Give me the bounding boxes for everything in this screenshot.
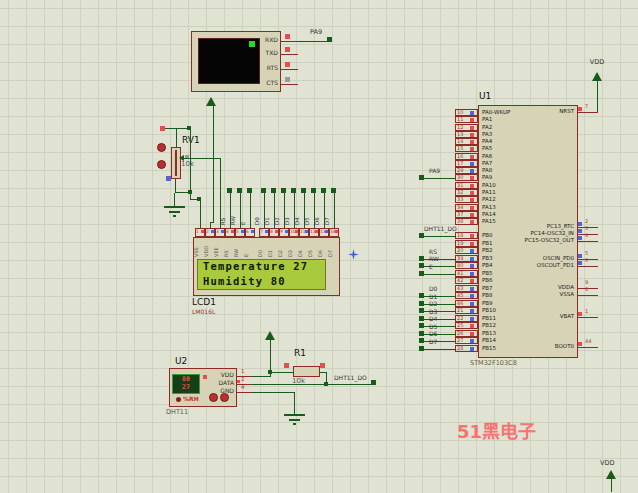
lcd-pin-number: 1 (196, 230, 199, 235)
wire[interactable] (213, 104, 214, 223)
pa9-terminal-square[interactable] (327, 37, 332, 42)
signal-terminal-square[interactable] (311, 188, 316, 193)
junction-dot (187, 126, 191, 130)
lcd-pin-number: 4 (226, 230, 229, 235)
u1-pin-name: PA4 (482, 139, 492, 145)
pin-state-square (470, 213, 474, 217)
pin-state-square (470, 176, 474, 180)
signal-terminal-square[interactable] (281, 188, 286, 193)
u1-net-wire[interactable] (424, 178, 456, 179)
u1-pin-number: 34 (457, 205, 463, 210)
lcd-pin-name: E (244, 239, 249, 257)
wire[interactable] (252, 392, 295, 393)
u2-pin-number: 2 (241, 377, 245, 383)
wire[interactable] (252, 384, 375, 385)
net-terminal-square[interactable] (419, 331, 424, 336)
u1-net-wire[interactable] (424, 274, 456, 275)
vdd-arrow-nrst[interactable] (592, 72, 602, 81)
pin-state-square (578, 107, 582, 111)
pin-state-square (315, 230, 318, 233)
net-terminal-square[interactable] (419, 346, 424, 351)
net-terminal-square[interactable] (419, 308, 424, 313)
signal-terminal-square[interactable] (247, 188, 252, 193)
net-terminal-square[interactable] (419, 338, 424, 343)
u1-pin-name: PA13 (482, 205, 496, 211)
signal-terminal-square[interactable] (321, 188, 326, 193)
u2-pin-gnd (237, 392, 252, 393)
u1-pin-number: 5 (585, 251, 588, 256)
wire[interactable] (294, 393, 295, 414)
lcd-line2: Humidity 80 (203, 276, 286, 287)
wire[interactable] (176, 129, 177, 148)
wire[interactable] (182, 158, 221, 159)
junction-dot (197, 197, 201, 201)
u1-net-wire[interactable] (424, 236, 456, 237)
pin-state-square (470, 191, 474, 195)
wire[interactable] (175, 179, 176, 193)
u2-part: DHT11 (166, 409, 188, 416)
signal-terminal-square[interactable] (227, 188, 232, 193)
pin-state-square (305, 230, 308, 233)
net-terminal-square[interactable] (419, 271, 424, 276)
u1-pin-name: OSCIN_PD0 (488, 256, 574, 262)
ground-dht-bar1[interactable] (284, 414, 305, 416)
u1-net-label: RW (429, 256, 439, 262)
u1-pin-name: PB6 (482, 278, 493, 284)
lcd-signal-wire[interactable] (334, 193, 335, 228)
u1-pin-number: 42 (457, 278, 463, 283)
u1-pin-name: PA9 (482, 175, 492, 181)
net-terminal-square[interactable] (419, 175, 424, 180)
u2-pin-label-vdd: VDD (204, 372, 234, 378)
wire[interactable] (252, 376, 271, 377)
signal-terminal-square[interactable] (261, 188, 266, 193)
u1-pin-number: 28 (457, 346, 463, 351)
pin-state-square (470, 272, 474, 276)
net-terminal-square[interactable] (419, 293, 424, 298)
u1-pin-number: 9 (585, 280, 588, 285)
ground-rv1-bar3 (173, 215, 176, 217)
wire[interactable] (200, 200, 201, 228)
u1-pin-number: 26 (457, 331, 463, 336)
wire[interactable] (174, 193, 175, 206)
wire[interactable] (611, 479, 612, 492)
r1-ref: R1 (294, 349, 306, 358)
rv1-increase-button[interactable] (157, 143, 166, 152)
signal-terminal-square[interactable] (301, 188, 306, 193)
dht11-decrease-button[interactable] (220, 393, 229, 402)
r1-body[interactable] (293, 366, 320, 377)
wire[interactable] (270, 372, 294, 373)
lcd-pin-name: VDD (204, 239, 209, 257)
signal-terminal-square[interactable] (271, 188, 276, 193)
u1-pin-number: 4 (585, 233, 588, 238)
net-terminal-square[interactable] (419, 233, 424, 238)
vdd-arrow-r1[interactable] (265, 331, 275, 340)
pin-state-square (578, 312, 582, 316)
pin-state-square (470, 324, 474, 328)
dht11-increase-button[interactable] (209, 393, 218, 402)
signal-terminal-square[interactable] (237, 188, 242, 193)
signal-terminal-square[interactable] (331, 188, 336, 193)
net-terminal-square[interactable] (419, 256, 424, 261)
ground-rv1-bar1[interactable] (164, 206, 185, 208)
vdd-arrow-terminal[interactable] (206, 97, 216, 106)
wire[interactable] (597, 81, 598, 112)
pin-state-square (578, 261, 582, 265)
rv1-decrease-button[interactable] (157, 160, 166, 169)
pin-state-square (470, 126, 474, 130)
net-terminal-square[interactable] (419, 263, 424, 268)
lcd-signal-label: D7 (325, 197, 331, 225)
u2-pin-number: 4 (241, 385, 245, 391)
net-terminal-square[interactable] (419, 323, 424, 328)
vdd-arrow-bottom-right[interactable] (606, 470, 616, 479)
terminal-pin-label-txd: TXD (248, 50, 278, 56)
terminal-pin-label-rxd: RXD (248, 37, 278, 43)
pin-state-square (470, 118, 474, 122)
signal-terminal-square[interactable] (291, 188, 296, 193)
net-terminal-square[interactable] (419, 316, 424, 321)
net-terminal-square[interactable] (419, 301, 424, 306)
u1-net-wire[interactable] (424, 349, 456, 350)
pin-state-square (325, 230, 328, 233)
u1-pin-number: 1 (585, 309, 588, 314)
lcd-signal-wire[interactable] (250, 193, 251, 228)
u1-pin-number: 22 (457, 316, 463, 321)
